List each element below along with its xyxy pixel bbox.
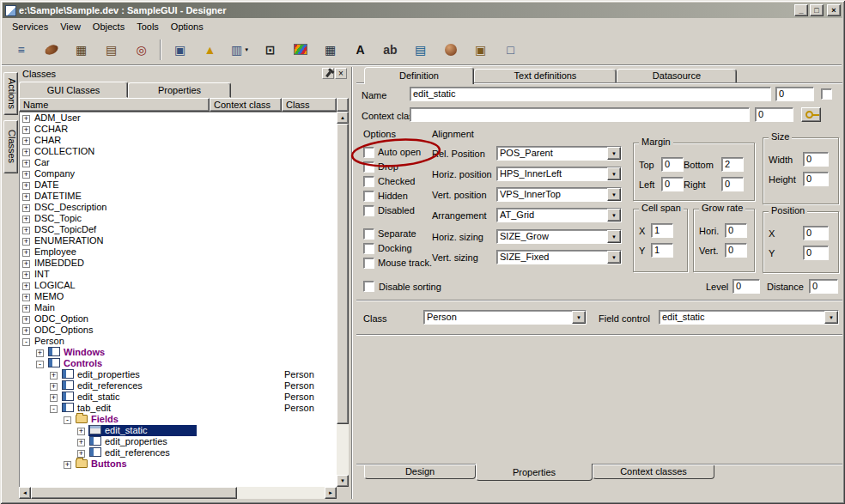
chevron-down-icon[interactable]: ▼	[607, 230, 621, 243]
menu-view[interactable]: View	[54, 21, 87, 33]
collapse-minus-icon[interactable]: -	[50, 405, 58, 413]
vert-sizing-select[interactable]: SIZE_Fixed▼	[496, 250, 622, 264]
tree-row[interactable]: +ODC_Options	[20, 325, 337, 336]
column-header-context-class[interactable]: Context class	[210, 98, 282, 112]
object-bean-toolbar-icon[interactable]	[38, 38, 64, 61]
tree-row[interactable]: +ENUMERATION	[20, 235, 337, 246]
tree-row[interactable]: +edit_static	[20, 425, 337, 436]
tree-row[interactable]: +edit_references	[20, 447, 337, 458]
margin-right-input[interactable]: 0	[721, 177, 744, 191]
collapse-minus-icon[interactable]: -	[36, 361, 44, 368]
expand-plus-icon[interactable]: +	[22, 294, 30, 301]
chevron-down-icon[interactable]: ▼	[572, 311, 586, 324]
expand-plus-icon[interactable]: +	[77, 450, 85, 458]
label-toolbar-icon[interactable]: ab	[377, 38, 404, 61]
export-toolbar-icon[interactable]: ▲	[197, 38, 223, 61]
tree-horizontal-scrollbar[interactable]: ◄ ►	[19, 487, 337, 499]
printer-toolbar-icon[interactable]: ▣	[167, 38, 193, 61]
tree-row[interactable]: +LOGICAL	[20, 280, 337, 291]
expand-plus-icon[interactable]: +	[77, 428, 85, 435]
cards-toolbar-icon[interactable]: ▦	[68, 38, 94, 61]
checked-checkbox[interactable]	[363, 176, 374, 187]
position-y-input[interactable]: 0	[803, 246, 829, 260]
tree-row[interactable]: +DSC_Description	[20, 202, 337, 213]
rel-position-select[interactable]: POS_Parent▼	[496, 146, 622, 161]
tab-context-classes[interactable]: Context classes	[593, 465, 714, 479]
edit-notes-toolbar-icon[interactable]: ▤	[98, 38, 125, 61]
margin-bottom-input[interactable]: 2	[721, 157, 744, 172]
collapse-minus-icon[interactable]: -	[64, 416, 71, 424]
expand-plus-icon[interactable]: +	[22, 327, 30, 335]
expand-plus-icon[interactable]: +	[22, 160, 30, 167]
expand-plus-icon[interactable]: +	[22, 216, 30, 223]
drop-checkbox[interactable]	[363, 161, 374, 173]
tree-row[interactable]: +Main	[20, 302, 337, 313]
expand-plus-icon[interactable]: +	[22, 227, 30, 234]
vertical-scroll-thumb[interactable]	[337, 124, 349, 424]
expand-plus-icon[interactable]: +	[22, 126, 30, 134]
expand-plus-icon[interactable]: +	[22, 193, 30, 201]
column-header-name[interactable]: Name	[19, 98, 210, 112]
chevron-down-icon[interactable]: ▼	[824, 311, 838, 324]
form-combo-toolbar-icon-dropdown[interactable]: ▼	[244, 47, 249, 52]
expand-plus-icon[interactable]: +	[22, 260, 30, 268]
expand-plus-icon[interactable]: +	[36, 349, 44, 357]
expand-plus-icon[interactable]: +	[22, 271, 30, 279]
tree-row[interactable]: +edit_staticPerson	[20, 392, 337, 403]
name-input[interactable]: edit_static	[410, 87, 771, 101]
field-control-select[interactable]: edit_static ▼	[659, 310, 839, 325]
tree-row[interactable]: +DATE	[20, 179, 337, 191]
menu-services[interactable]: Services	[6, 21, 54, 33]
grow-rate-vert-input[interactable]: 0	[725, 243, 747, 258]
chevron-down-icon[interactable]: ▼	[607, 188, 621, 201]
tree-row[interactable]: +CHAR	[20, 135, 337, 146]
close-button[interactable]: ×	[827, 4, 841, 16]
grid-form-toolbar-icon[interactable]: ▦	[317, 38, 343, 61]
tree-row[interactable]: -Person	[20, 336, 337, 347]
expand-plus-icon[interactable]: +	[77, 439, 85, 446]
zoom-box-toolbar-icon[interactable]: ⊡	[257, 38, 283, 61]
arrangement-select[interactable]: AT_Grid▼	[496, 208, 622, 222]
side-actions-tab[interactable]: Actions	[3, 72, 18, 115]
donut-toolbar-icon[interactable]: ◎	[128, 38, 155, 61]
form-combo-toolbar-icon[interactable]: ▥▼	[227, 38, 253, 61]
level-input[interactable]: 0	[733, 279, 760, 294]
size-width-input[interactable]: 0	[803, 152, 829, 167]
vert-position-select[interactable]: VPS_InnerTop▼	[496, 187, 622, 202]
tree-row[interactable]: +MEMO	[20, 291, 337, 302]
context-class-input[interactable]	[410, 107, 750, 122]
side-classes-tab[interactable]: Classes	[3, 120, 18, 173]
size-height-input[interactable]: 0	[803, 172, 829, 186]
tree-row[interactable]: +DATETIME	[20, 191, 337, 202]
context-class-aux-input[interactable]: 0	[755, 107, 793, 122]
tab-properties[interactable]: Properties	[476, 464, 593, 481]
docking-checkbox[interactable]	[363, 243, 374, 254]
paint-toolbar-icon[interactable]	[287, 38, 313, 61]
tree-row[interactable]: +Company	[20, 168, 337, 179]
cell-span-x-input[interactable]: 1	[651, 223, 673, 238]
expand-plus-icon[interactable]: +	[22, 238, 30, 246]
separate-checkbox[interactable]	[363, 228, 374, 240]
expand-plus-icon[interactable]: +	[22, 137, 30, 145]
expand-plus-icon[interactable]: +	[22, 171, 30, 179]
tree-row[interactable]: +CCHAR	[20, 124, 337, 135]
grow-rate-hori-input[interactable]: 0	[725, 223, 747, 238]
minimize-button[interactable]: _	[794, 4, 808, 16]
position-x-input[interactable]: 0	[803, 226, 829, 240]
tree-row[interactable]: +Buttons	[20, 458, 337, 470]
expand-plus-icon[interactable]: +	[22, 115, 30, 123]
mouse-track-checkbox[interactable]	[363, 258, 374, 269]
margin-left-input[interactable]: 0	[661, 177, 684, 191]
distance-input[interactable]: 0	[809, 279, 838, 294]
class-tree-toolbar-icon[interactable]: ≡	[8, 38, 34, 61]
collapse-minus-icon[interactable]: -	[22, 338, 30, 346]
context-class-picker-button[interactable]	[801, 107, 821, 122]
window-edit-toolbar-icon[interactable]: □	[497, 38, 524, 61]
menu-options[interactable]: Options	[165, 21, 210, 33]
horiz-sizing-select[interactable]: SIZE_Grow▼	[496, 229, 622, 244]
tab-design[interactable]: Design	[364, 465, 476, 479]
tree-row[interactable]: +edit_properties	[20, 436, 337, 447]
chevron-down-icon[interactable]: ▼	[607, 251, 621, 264]
font-toolbar-icon[interactable]: A	[347, 38, 374, 61]
scroll-right-icon[interactable]: ►	[325, 487, 337, 499]
